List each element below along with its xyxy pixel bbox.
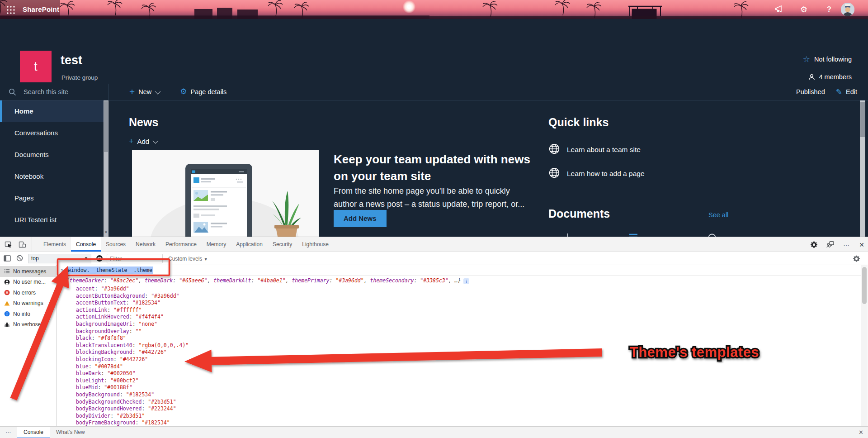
- settings-gear-icon[interactable]: ⚙: [798, 4, 809, 15]
- devtools-tab[interactable]: Sources: [101, 237, 131, 252]
- object-property[interactable]: bodyBackgroundChecked: "#2b3d51": [57, 399, 861, 406]
- published-status: Published: [796, 88, 825, 95]
- devtools-settings-gear-icon[interactable]: [811, 241, 817, 248]
- clear-console-icon[interactable]: [16, 255, 23, 263]
- javascript-context-selector[interactable]: top ▼: [28, 254, 91, 263]
- device-toolbar-icon[interactable]: [19, 241, 26, 248]
- add-news-menu[interactable]: + Add: [129, 137, 157, 146]
- object-property[interactable]: backgroundOverlay: "": [57, 328, 861, 335]
- megaphone-icon[interactable]: [774, 4, 785, 15]
- app-launcher-waffle-icon[interactable]: [6, 5, 15, 14]
- devtools-tab[interactable]: Security: [268, 237, 297, 252]
- suite-bar: SharePoint ⚙ ?: [0, 0, 868, 19]
- scrollbar-down-arrow[interactable]: ▼: [104, 229, 108, 236]
- devtools-tab[interactable]: Memory: [202, 237, 231, 252]
- console-sidebar-toggle-icon[interactable]: [4, 255, 11, 263]
- console-sidebar: No messages No user me... No errors No w…: [0, 265, 57, 426]
- info-icon[interactable]: i: [463, 278, 469, 284]
- devtools-tab[interactable]: Console: [71, 237, 101, 252]
- nav-item[interactable]: Conversations: [0, 122, 104, 144]
- user-avatar[interactable]: [841, 3, 854, 16]
- object-property[interactable]: bodyFrameBackground: "#182534": [57, 419, 861, 426]
- object-property[interactable]: actionLink: "#ffffff": [57, 307, 861, 314]
- console-filter-input[interactable]: [107, 254, 163, 263]
- page-details-button[interactable]: ⚙ Page details: [180, 88, 226, 96]
- devtools-panel: ElementsConsoleSourcesNetworkPerformance…: [0, 237, 868, 438]
- search-placeholder: Search this site: [24, 88, 68, 95]
- drawer-tab[interactable]: What's New: [50, 427, 91, 438]
- chevron-down-icon: [153, 138, 159, 143]
- console-filter-row[interactable]: No info: [0, 309, 56, 319]
- globe-icon: [548, 143, 560, 157]
- nav-item[interactable]: Home: [0, 100, 104, 122]
- app-title[interactable]: SharePoint: [23, 5, 59, 13]
- devtools-tab[interactable]: Application: [231, 237, 268, 252]
- news-cta-body: From the site home page you'll be able t…: [334, 185, 530, 211]
- object-property[interactable]: accentButtonBackground: "#3a96dd": [57, 293, 861, 300]
- drawer-tab[interactable]: Console: [17, 427, 50, 438]
- devtools-tab[interactable]: Network: [131, 237, 160, 252]
- quick-link[interactable]: Learn about a team site: [548, 143, 641, 157]
- log-levels-dropdown[interactable]: Custom levels ▼: [168, 256, 208, 262]
- object-property[interactable]: bodyDivider: "#2b3d51": [57, 413, 861, 420]
- live-expression-eye-icon[interactable]: [96, 255, 103, 263]
- feedback-icon[interactable]: [826, 241, 834, 248]
- object-property[interactable]: blockingBackground: "#442726": [57, 349, 861, 356]
- nav-item[interactable]: Pages: [0, 187, 104, 209]
- quick-link[interactable]: Learn how to add a page: [548, 167, 645, 181]
- console-filter-row[interactable]: No warnings: [0, 298, 56, 309]
- help-icon[interactable]: ?: [824, 4, 835, 15]
- sidebar-scrollbar[interactable]: ▼: [104, 100, 108, 237]
- devtools-tab[interactable]: Lighthouse: [297, 237, 334, 252]
- scrollbar-thumb[interactable]: [860, 102, 865, 137]
- site-search[interactable]: Search this site: [0, 84, 108, 100]
- nav-item[interactable]: Notebook: [0, 166, 104, 187]
- object-property[interactable]: blue: "#0078d4": [57, 363, 861, 371]
- nav-item[interactable]: Documents: [0, 144, 104, 166]
- object-property[interactable]: accentButtonText: "#182534": [57, 300, 861, 307]
- edit-button[interactable]: ✎ Edit: [836, 87, 857, 97]
- console-scrollbar[interactable]: [861, 265, 868, 426]
- filter-row-label: No user me...: [13, 279, 46, 285]
- devtools-tab[interactable]: Performance: [160, 237, 202, 252]
- filter-row-label: No warnings: [13, 300, 43, 306]
- object-property[interactable]: blueLight: "#00bcf2": [57, 377, 861, 385]
- site-title[interactable]: test: [61, 53, 82, 67]
- object-property[interactable]: backgroundImageUri: "none": [57, 321, 861, 328]
- object-property[interactable]: bodyBackgroundHovered: "#223244": [57, 405, 861, 413]
- console-filter-row[interactable]: No verbose: [0, 319, 56, 330]
- follow-button[interactable]: ☆ Not following: [803, 55, 852, 63]
- add-news-button[interactable]: Add News: [334, 210, 387, 227]
- close-devtools-icon[interactable]: ✕: [859, 241, 864, 248]
- see-all-link[interactable]: See all: [708, 211, 728, 219]
- new-button[interactable]: + New: [129, 87, 159, 96]
- object-property[interactable]: blueMid: "#00188f": [57, 384, 861, 391]
- devtools-tab[interactable]: Elements: [38, 237, 71, 252]
- object-property[interactable]: actionLinkHovered: "#f4f4f4": [57, 314, 861, 321]
- console-filter-row[interactable]: No errors: [0, 287, 56, 298]
- more-options-icon[interactable]: ⋯: [843, 241, 850, 248]
- object-property[interactable]: bodyBackground: "#182534": [57, 391, 861, 399]
- object-property[interactable]: blackTranslucent40: "rgba(0,0,0,.4)": [57, 342, 861, 349]
- object-property[interactable]: black: "#f8f8f8": [57, 335, 861, 342]
- object-preview-line[interactable]: ▼{themeDarker: "#8ac2ec", themeDark: "#6…: [57, 277, 861, 284]
- object-property[interactable]: blockingIcon: "#442726": [57, 356, 861, 363]
- page-scrollbar[interactable]: [860, 100, 865, 237]
- members-label: 4 members: [819, 73, 852, 81]
- inspect-element-icon[interactable]: [5, 241, 12, 248]
- nav-item[interactable]: URLTesterList: [0, 209, 104, 231]
- scrollbar-thumb[interactable]: [862, 267, 867, 304]
- object-property[interactable]: accent: "#3a96dd": [57, 286, 861, 293]
- object-property[interactable]: blueDark: "#002050": [57, 370, 861, 377]
- console-filter-row[interactable]: No messages: [0, 266, 56, 277]
- scrollbar-thumb[interactable]: [104, 101, 108, 152]
- drawer-close-icon[interactable]: ✕: [859, 427, 863, 438]
- disclosure-triangle-icon[interactable]: ▼: [62, 277, 65, 285]
- console-command-echo[interactable]: >window.__themeState__.theme: [57, 265, 861, 276]
- header-photo-silhouettes: [0, 0, 868, 19]
- site-logo[interactable]: t: [20, 51, 52, 82]
- drawer-more-icon[interactable]: ⋯: [0, 427, 17, 438]
- console-filter-row[interactable]: No user me...: [0, 277, 56, 288]
- console-settings-gear-icon[interactable]: [853, 255, 860, 263]
- members-link[interactable]: 4 members: [808, 73, 852, 81]
